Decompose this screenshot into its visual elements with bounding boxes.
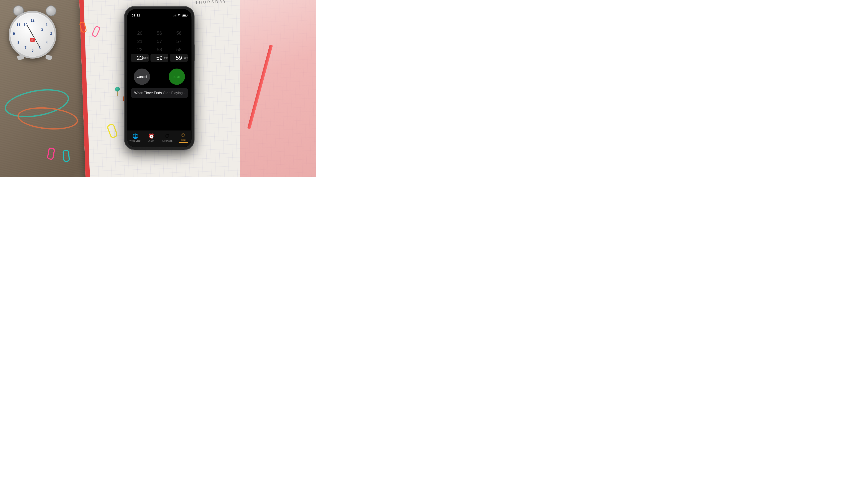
notch (147, 9, 171, 15)
battery-icon (182, 14, 187, 17)
tab-bar: 🌐 World Clock ⏰ Alarm ⏱ Stopwatch ⏲ Time… (127, 131, 191, 147)
seconds-item-57: 57 (169, 37, 189, 45)
tab-active-indicator (179, 142, 188, 143)
cancel-button[interactable]: Cancel (134, 69, 150, 85)
pushpin-teal-body (117, 92, 118, 96)
tab-world-clock[interactable]: 🌐 World Clock (127, 133, 143, 142)
signal-bar-1 (173, 15, 174, 17)
minutes-item-57: 57 (150, 37, 169, 45)
signal-bar-2 (174, 15, 174, 17)
minutes-item-56: 56 (150, 29, 169, 37)
timer-icon: ⏲ (181, 132, 186, 138)
minutes-label: min (164, 56, 168, 59)
hours-picker[interactable]: 20 21 22 23 hours (130, 23, 150, 62)
seconds-item-58: 58 (169, 45, 189, 54)
action-buttons-row: Cancel Start (127, 66, 191, 88)
timer-app-content: 20 21 22 23 hours 56 57 58 59 min (127, 19, 191, 147)
clock-num-2: 2 (41, 28, 43, 31)
alarm-icon: ⏰ (148, 133, 154, 139)
clock-foot-left (17, 55, 24, 60)
clock-num-3: 3 (50, 32, 52, 36)
time-picker-area[interactable]: 20 21 22 23 hours 56 57 58 59 min (127, 19, 191, 66)
timer-label: Timer (181, 139, 186, 141)
phone-container: 09:11 (125, 6, 194, 150)
paperclip-teal-bottom (62, 150, 70, 162)
signal-bars (173, 14, 177, 17)
clock-face: 12 1 3 4 5 6 7 8 9 11 10 2 d+ (9, 11, 56, 59)
alarm-label: Alarm (148, 140, 154, 142)
pushpin-teal-head (115, 87, 120, 92)
phone-silent-button (124, 35, 125, 42)
clock-feet (18, 55, 52, 60)
clock-brand: d+ (30, 38, 35, 42)
phone-frame: 09:11 (125, 6, 194, 150)
stopwatch-label: Stopwatch (162, 140, 173, 142)
minutes-picker[interactable]: 56 57 58 59 min (150, 23, 169, 62)
tab-stopwatch[interactable]: ⏱ Stopwatch (159, 133, 175, 142)
phone-power-button (194, 44, 195, 61)
clock-bell-right (45, 5, 56, 16)
wifi-icon (177, 14, 181, 17)
alarm-clock-decoration: 12 1 3 4 5 6 7 8 9 11 10 2 d+ (6, 4, 63, 61)
clock-num-4: 4 (46, 41, 48, 45)
hours-item-22: 22 (130, 45, 150, 54)
status-time: 09:11 (131, 13, 140, 17)
seconds-picker[interactable]: 56 57 58 59 sec (169, 23, 189, 62)
status-icons (173, 14, 187, 17)
when-timer-ends-label: When Timer Ends (134, 91, 162, 95)
timer-ends-value-text: Stop Playing (163, 91, 183, 95)
signal-bar-3 (175, 15, 175, 17)
spacer (127, 100, 191, 131)
clock-num-11: 11 (17, 23, 21, 27)
phone-volume-up-button (124, 44, 125, 56)
hours-item-21: 21 (130, 37, 150, 45)
clock-num-12: 12 (31, 19, 34, 23)
tab-alarm[interactable]: ⏰ Alarm (143, 133, 159, 142)
signal-bar-4 (176, 14, 176, 17)
start-button[interactable]: Start (168, 69, 185, 85)
world-clock-label: World Clock (129, 140, 141, 142)
clock-num-7: 7 (25, 46, 27, 50)
hours-item-20: 20 (130, 29, 150, 37)
clock-num-1: 1 (46, 23, 48, 27)
seconds-label: sec (184, 56, 187, 59)
phone-screen: 09:11 (127, 9, 191, 147)
battery-fill (183, 14, 186, 16)
minutes-item-58: 58 (150, 45, 169, 54)
clock-num-8: 8 (18, 41, 19, 45)
clock-hour-hand (27, 25, 33, 35)
when-timer-ends-value: Stop Playing › (163, 91, 185, 95)
clock-num-9: 9 (13, 32, 15, 36)
clock-foot-right (45, 55, 52, 60)
tab-timer[interactable]: ⏲ Timer (175, 132, 191, 143)
stopwatch-icon: ⏱ (164, 133, 170, 139)
chevron-right-icon: › (184, 91, 185, 95)
when-timer-ends-row[interactable]: When Timer Ends Stop Playing › (131, 88, 188, 98)
phone-volume-down-button (124, 59, 125, 70)
picker-columns: 20 21 22 23 hours 56 57 58 59 min (130, 23, 189, 62)
seconds-item-56: 56 (169, 29, 189, 37)
pushpin-teal (115, 87, 120, 95)
pink-background (240, 0, 316, 177)
world-clock-icon: 🌐 (132, 133, 138, 139)
clock-num-10: 10 (24, 23, 27, 27)
clock-num-6: 6 (32, 48, 34, 53)
hours-label: hours (143, 56, 149, 59)
